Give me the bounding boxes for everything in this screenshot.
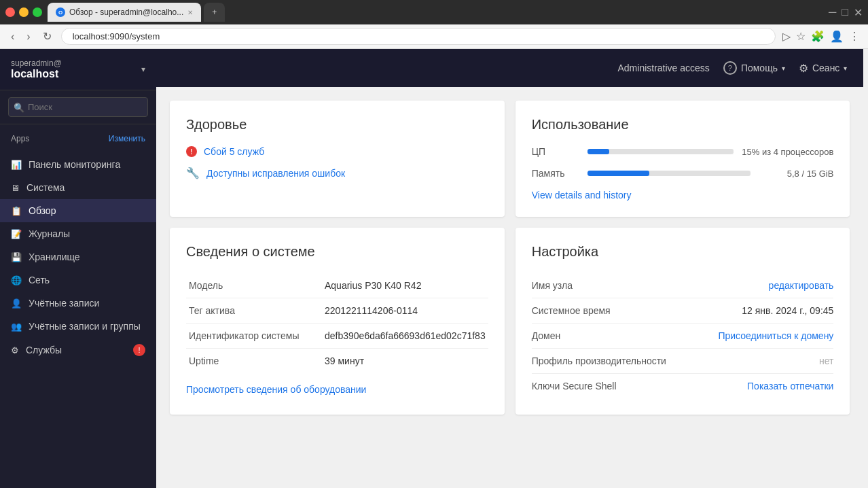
minimize-window-button[interactable]: [19, 7, 29, 17]
tab-bar: О Обзор - superadmin@localho... ✕ +: [48, 3, 823, 22]
health-fix-item: 🔧 Доступны исправления ошибок: [186, 167, 488, 179]
logs-icon: 📝: [11, 229, 22, 239]
sidebar-item-accounts-groups[interactable]: 👥 Учётные записи и группы: [0, 315, 156, 338]
health-card: Здоровье Сбой 5 служб 🔧 Доступны исправл…: [170, 101, 505, 217]
forward-button[interactable]: ›: [24, 28, 33, 46]
tab-favicon: О: [56, 7, 65, 17]
sidebar: superadmin@ localhost ▾ 🔍 Apps Изменить …: [0, 49, 156, 488]
cpu-value: 15% из 4 процессоров: [742, 147, 833, 157]
sidebar-header[interactable]: superadmin@ localhost ▾: [0, 49, 156, 90]
sidebar-item-services[interactable]: ⚙ Службы !: [0, 338, 156, 362]
settings-value-link[interactable]: Присоединиться к домену: [718, 330, 833, 341]
sidebar-item-network[interactable]: 🌐 Сеть: [0, 268, 156, 292]
menu-icon[interactable]: ⋮: [849, 30, 860, 43]
settings-value: 12 янв. 2024 г., 09:45: [742, 305, 833, 316]
settings-value-link[interactable]: Показать отпечатки: [747, 381, 833, 391]
gear-icon: ⚙: [799, 62, 808, 75]
settings-label: Системное время: [532, 305, 611, 316]
minimize-icon[interactable]: ─: [829, 6, 836, 18]
info-value: 39 минут: [322, 349, 488, 374]
info-value: defb390e6da6fa66693d61ed02c71f83: [322, 324, 488, 349]
extensions-icon[interactable]: 🧩: [811, 30, 825, 43]
tab-title: Обзор - superadmin@localho...: [69, 7, 183, 17]
sidebar-item-overview[interactable]: 📋 Обзор: [0, 199, 156, 222]
sidebar-item-system[interactable]: 🖥 Система: [0, 176, 156, 199]
sidebar-item-accounts[interactable]: 👤 Учётные записи: [0, 292, 156, 315]
active-tab[interactable]: О Обзор - superadmin@localho... ✕: [48, 3, 201, 22]
bookmark-icon[interactable]: ☆: [796, 30, 806, 43]
usage-details-link[interactable]: View details and history: [532, 190, 834, 201]
search-input[interactable]: [8, 97, 148, 117]
sidebar-chevron-icon: ▾: [141, 65, 145, 74]
settings-label: Профиль производительности: [532, 355, 666, 366]
sidebar-user-host: localhost: [11, 68, 62, 80]
hardware-details-link[interactable]: Просмотреть сведения об оборудовании: [186, 384, 366, 395]
session-chevron-icon: ▾: [844, 65, 847, 72]
address-input[interactable]: [61, 28, 776, 45]
sidebar-item-logs[interactable]: 📝 Журналы: [0, 222, 156, 245]
table-row: МодельAquarius P30 K40 R42: [186, 273, 488, 298]
cpu-label: ЦП: [532, 146, 579, 157]
maximize-window-button[interactable]: [33, 7, 42, 17]
sidebar-item-monitoring[interactable]: 📊 Панель мониторинга: [0, 153, 156, 176]
health-fix-link[interactable]: Доступны исправления ошибок: [206, 168, 345, 179]
system-info-title: Сведения о системе: [186, 244, 488, 260]
health-error-item: Сбой 5 служб: [186, 146, 488, 157]
sidebar-apps-section: Apps Изменить: [0, 124, 156, 153]
toolbar-icons: ▷ ☆ 🧩 👤 ⋮: [782, 30, 860, 43]
settings-row: Профиль производительностинет: [532, 349, 834, 374]
sidebar-nav: 📊 Панель мониторинга 🖥 Система 📋 Обзор 📝…: [0, 153, 156, 362]
memory-label: Память: [532, 168, 579, 179]
usage-card: Использование ЦП 15% из 4 процессоров Па…: [516, 101, 850, 217]
settings-value-link[interactable]: редактировать: [769, 280, 834, 291]
sidebar-item-label-logs: Журналы: [29, 228, 70, 239]
reload-button[interactable]: ↻: [40, 27, 54, 46]
new-tab-button[interactable]: +: [204, 3, 225, 22]
sidebar-item-label-storage: Хранилище: [29, 251, 80, 262]
info-value: 2201221114206-0114: [322, 298, 488, 324]
main-scroll-container: Administrative access ? Помощь ▾ ⚙ Сеанс…: [156, 49, 863, 488]
settings-value-muted: нет: [819, 355, 833, 366]
accounts-groups-icon: 👥: [11, 321, 22, 332]
admin-access-label: Administrative access: [617, 63, 709, 73]
apps-label: Apps: [11, 134, 29, 143]
tab-close-button[interactable]: ✕: [187, 9, 193, 16]
sidebar-item-label-overview: Обзор: [29, 205, 56, 216]
sidebar-item-label-system: Система: [26, 182, 65, 193]
back-button[interactable]: ‹: [8, 28, 17, 46]
health-error-link[interactable]: Сбой 5 служб: [204, 146, 264, 157]
settings-label: Домен: [532, 330, 561, 341]
settings-row: Системное время12 янв. 2024 г., 09:45: [532, 298, 834, 324]
settings-row: ДоменПрисоединиться к домену: [532, 324, 834, 349]
memory-value: 5,8 / 15 GiB: [759, 169, 833, 179]
search-wrap: 🔍: [8, 97, 148, 117]
table-row: Uptime39 минут: [186, 349, 488, 374]
accounts-icon: 👤: [11, 298, 22, 309]
settings-row: Ключи Secure ShellПоказать отпечатки: [532, 374, 834, 398]
content-area: Здоровье Сбой 5 служб 🔧 Доступны исправл…: [156, 87, 863, 428]
help-menu[interactable]: ? Помощь ▾: [723, 61, 785, 75]
sidebar-item-label-accounts-groups: Учётные записи и группы: [29, 321, 141, 332]
wrench-icon: 🔧: [186, 167, 200, 179]
settings-label: Ключи Secure Shell: [532, 381, 617, 391]
profile-icon[interactable]: 👤: [830, 30, 844, 43]
usage-title: Использование: [532, 117, 834, 133]
session-label: Сеанс: [812, 63, 839, 73]
storage-icon: 💾: [11, 252, 22, 262]
sidebar-item-storage[interactable]: 💾 Хранилище: [0, 245, 156, 268]
settings-label: Имя узла: [532, 280, 573, 291]
restore-icon[interactable]: □: [842, 6, 848, 18]
close-window-button[interactable]: [5, 7, 15, 17]
sidebar-user: superadmin@ localhost: [11, 58, 62, 80]
apps-edit-button[interactable]: Изменить: [109, 134, 145, 143]
system-info-card: Сведения о системе МодельAquarius P30 K4…: [170, 228, 505, 415]
sidebar-search-container: 🔍: [0, 90, 156, 124]
session-menu[interactable]: ⚙ Сеанс ▾: [799, 62, 847, 75]
settings-card: Настройка Имя узларедактироватьСистемное…: [516, 228, 850, 415]
close-icon[interactable]: ✕: [854, 6, 863, 19]
memory-row: Память 5,8 / 15 GiB: [532, 168, 834, 179]
services-badge: !: [133, 344, 145, 356]
monitoring-icon: 📊: [11, 160, 22, 170]
info-label: Uptime: [186, 349, 322, 374]
cast-icon[interactable]: ▷: [782, 30, 791, 43]
